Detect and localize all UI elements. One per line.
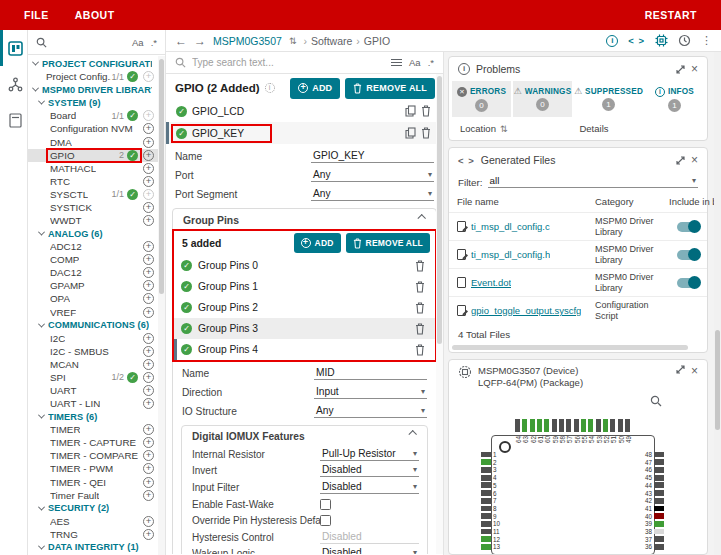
field-value[interactable]: Disabled <box>320 531 419 544</box>
package-pin[interactable]: 51 <box>610 419 617 443</box>
add-module-icon[interactable] <box>143 463 154 474</box>
include-column-header[interactable]: Include in bui <box>669 196 707 207</box>
rail-config-view-button[interactable] <box>0 30 27 66</box>
package-pin[interactable]: 63 <box>522 419 529 443</box>
field-value[interactable]: Any <box>311 188 434 201</box>
package-pin[interactable]: 45 <box>633 474 664 482</box>
tree-item[interactable]: TIMER <box>28 423 165 436</box>
collapse-icon[interactable] <box>418 216 426 224</box>
device-view-icon[interactable] <box>655 34 668 47</box>
rail-calculator-button[interactable] <box>0 102 27 138</box>
add-module-icon[interactable] <box>143 529 154 540</box>
tree-item[interactable]: SPI 1/2 <box>28 371 165 384</box>
tree-item[interactable]: DMA <box>28 135 165 148</box>
tree-item[interactable]: TIMER - CAPTURE <box>28 436 165 449</box>
copy-icon[interactable] <box>402 127 418 139</box>
field-value[interactable]: GPIO_KEY <box>311 150 434 163</box>
package-pin[interactable]: 10 <box>481 520 502 528</box>
field-value[interactable]: Disabled <box>320 547 419 554</box>
tree-item[interactable]: TRNG <box>28 528 165 541</box>
expand-icon[interactable] <box>676 156 685 165</box>
package-pin[interactable]: 54 <box>588 419 595 443</box>
package-pin[interactable]: 56 <box>574 419 581 443</box>
package-pin[interactable]: 47 <box>633 458 664 466</box>
sort-icon[interactable] <box>500 124 508 134</box>
package-pin[interactable]: 13 <box>481 543 502 551</box>
delete-icon[interactable] <box>412 344 428 356</box>
checkbox[interactable] <box>320 499 331 510</box>
add-module-icon[interactable] <box>143 398 154 409</box>
tree-item[interactable]: I2C - SMBUS <box>28 345 165 358</box>
file-link[interactable]: ti_msp_dl_config.c <box>471 221 550 232</box>
problems-tab[interactable]: INFOS 1 <box>645 81 704 117</box>
category-column-header[interactable]: Category <box>595 196 665 207</box>
add-module-icon[interactable] <box>143 241 154 252</box>
add-module-icon[interactable] <box>143 477 154 488</box>
add-module-icon[interactable] <box>143 215 154 226</box>
file-name-column-header[interactable]: File name <box>457 196 591 207</box>
tree-item[interactable]: MSPM0 DRIVER LIBRARY (... <box>28 83 165 96</box>
add-module-icon[interactable] <box>143 372 154 383</box>
tree-item[interactable]: TIMERS (6) <box>28 410 165 423</box>
close-icon[interactable] <box>691 63 698 75</box>
tree-item[interactable]: PROJECT CONFIGURATIO... <box>28 57 165 70</box>
package-pin[interactable]: 3 <box>481 466 502 474</box>
tree-item[interactable]: I2C <box>28 332 165 345</box>
tree-item[interactable]: DAC12 <box>28 266 165 279</box>
tree-item[interactable]: SYSTEM (9) <box>28 96 165 109</box>
add-module-icon[interactable] <box>143 346 154 357</box>
field-value[interactable]: Disabled <box>320 481 419 494</box>
gpio-instance-row[interactable]: GPIO_KEY <box>166 122 443 144</box>
group-pin-row[interactable]: Group Pins 2 <box>174 297 435 318</box>
menu-about[interactable]: ABOUT <box>75 9 115 21</box>
page-scrollbar[interactable] <box>714 52 721 555</box>
location-column-header[interactable]: Location <box>460 123 496 134</box>
tree-item[interactable]: OPA <box>28 292 165 305</box>
file-link[interactable]: ti_msp_dl_config.h <box>471 249 550 260</box>
tree-item[interactable]: GPIO 2 <box>28 149 165 162</box>
package-pin[interactable]: 2 <box>481 458 502 466</box>
add-instance-button[interactable]: ADD <box>290 78 340 99</box>
problems-tab[interactable]: WARNINGS 0 <box>513 81 572 117</box>
add-module-icon[interactable] <box>143 110 154 121</box>
add-module-icon[interactable] <box>143 137 154 148</box>
help-icon[interactable] <box>265 83 275 93</box>
package-pin[interactable]: 44 <box>633 482 664 490</box>
package-pin[interactable]: 59 <box>552 419 559 443</box>
package-pin[interactable]: 49 <box>625 419 632 443</box>
add-module-icon[interactable] <box>143 176 154 187</box>
breadcrumb-segment[interactable]: GPIO <box>356 35 390 47</box>
regex-icon[interactable]: .* <box>151 37 157 48</box>
tree-item[interactable]: Project Config... 1/1 <box>28 70 165 83</box>
tree-item[interactable]: Timer Fault <box>28 489 165 502</box>
collapse-icon[interactable] <box>409 432 417 440</box>
package-pin[interactable]: 57 <box>566 419 573 443</box>
filter-select[interactable]: all <box>488 175 699 188</box>
breadcrumb-device-link[interactable]: MSPM0G3507 <box>213 35 282 47</box>
editor-scrollbar[interactable] <box>436 74 443 554</box>
rail-graph-view-button[interactable] <box>0 66 27 102</box>
package-pin[interactable]: 62 <box>530 419 537 443</box>
package-pin[interactable]: 60 <box>544 419 551 443</box>
include-in-build-toggle[interactable] <box>677 278 700 288</box>
package-pin[interactable]: 1 <box>481 451 502 459</box>
add-module-icon[interactable] <box>143 307 154 318</box>
package-pin[interactable]: 12 <box>481 535 502 543</box>
add-module-icon[interactable] <box>143 163 154 174</box>
add-module-icon[interactable] <box>143 385 154 396</box>
add-module-icon[interactable] <box>143 254 154 265</box>
tree-item[interactable]: MATHACL <box>28 162 165 175</box>
include-in-build-toggle[interactable] <box>677 250 700 260</box>
tree-item[interactable]: UART - LIN <box>28 397 165 410</box>
package-pin[interactable]: 8 <box>481 505 502 513</box>
group-pin-row[interactable]: Group Pins 3 <box>174 318 435 339</box>
close-icon[interactable] <box>691 365 698 377</box>
file-link[interactable]: gpio_toggle_output.syscfg <box>471 305 581 316</box>
field-value[interactable]: Pull-Up Resistor <box>320 448 419 461</box>
include-in-build-toggle[interactable] <box>677 222 700 232</box>
tree-item[interactable]: TIMER - PWM <box>28 462 165 475</box>
zoom-icon[interactable] <box>650 395 662 407</box>
iomux-header[interactable]: Digital IOMUX Features <box>182 426 427 446</box>
package-pin[interactable]: 7 <box>481 497 502 505</box>
match-case-icon[interactable]: Aa <box>132 37 144 48</box>
